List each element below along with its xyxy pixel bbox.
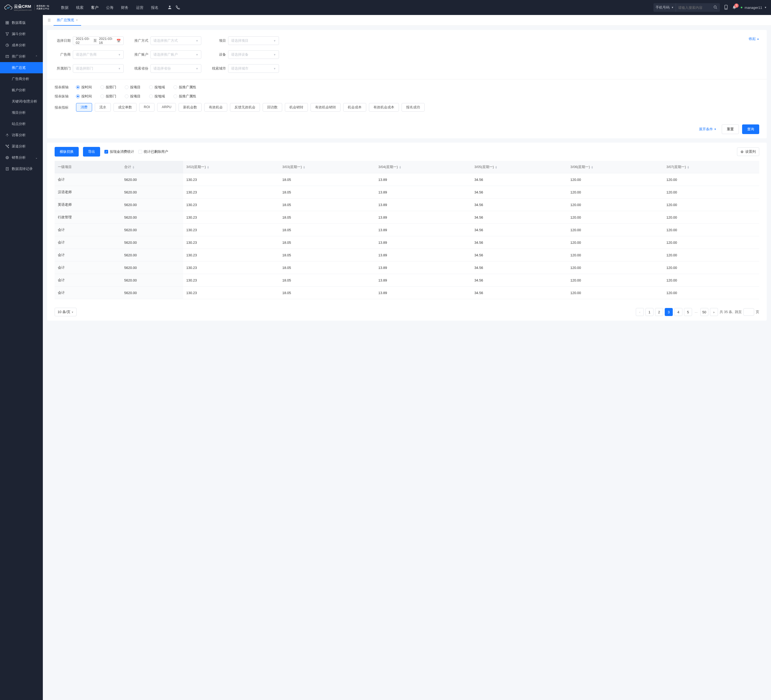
nav-item[interactable]: 公海: [102, 0, 117, 15]
page-number-button[interactable]: 2: [655, 308, 663, 316]
collapse-filters-link[interactable]: 收起 ▲: [749, 36, 759, 41]
table-cell: 120.00: [567, 198, 664, 211]
next-page-button[interactable]: ›: [710, 308, 718, 316]
metric-tag[interactable]: 有效机会成本: [369, 103, 399, 112]
table-cell: 120.00: [663, 274, 759, 287]
sidebar-toggle[interactable]: ☰: [45, 18, 54, 22]
sidebar-item[interactable]: 渠道分析: [0, 141, 43, 152]
radio-option[interactable]: 按时间: [76, 85, 92, 89]
table-header[interactable]: 3/06(星期一)▲▼: [567, 161, 664, 174]
radio-option[interactable]: 按推广属性: [174, 85, 196, 89]
page-number-button[interactable]: 3: [665, 308, 673, 316]
export-button[interactable]: 导出: [83, 147, 100, 156]
close-icon[interactable]: ×: [76, 18, 78, 22]
table-cell: 18.05: [279, 186, 375, 198]
switch-axes-button[interactable]: 横纵切换: [55, 147, 79, 156]
sidebar-item[interactable]: 数据流转记录: [0, 163, 43, 174]
radio-option[interactable]: 按时间: [76, 94, 92, 99]
nav-item[interactable]: 报名: [147, 0, 162, 15]
sidebar-item[interactable]: 漏斗分析: [0, 28, 43, 40]
radio-option[interactable]: 按项目: [125, 94, 141, 99]
sidebar-item[interactable]: 数据看版: [0, 17, 43, 28]
nav-item[interactable]: 客户: [87, 0, 102, 15]
search-button[interactable]: [711, 5, 720, 10]
deleted-checkbox[interactable]: ✓ 统计已删除用户: [138, 149, 168, 154]
sidebar-sub-item[interactable]: 推广总览: [0, 62, 43, 73]
radio-option[interactable]: 按地域: [149, 85, 165, 89]
page-number-button[interactable]: 4: [674, 308, 682, 316]
page-size-select[interactable]: 10 条/页 ▼: [55, 308, 76, 316]
nav-item[interactable]: 运营: [132, 0, 147, 15]
metric-tag[interactable]: 机会成本: [343, 103, 366, 112]
table-header[interactable]: 合计▲▼: [121, 161, 183, 174]
city-select[interactable]: 请选择城市▼: [228, 64, 279, 73]
sidebar-sub-item[interactable]: 站点分析: [12, 118, 43, 130]
metric-tag[interactable]: 流水: [95, 103, 111, 112]
sidebar-sub-item[interactable]: 账户分析: [12, 84, 43, 96]
query-button[interactable]: 查询: [742, 124, 759, 134]
metric-tag[interactable]: 机会销转: [285, 103, 308, 112]
page-number-button[interactable]: 5: [684, 308, 692, 316]
phone-icon[interactable]: [176, 5, 180, 10]
nav-item[interactable]: 线索: [72, 0, 87, 15]
table-header[interactable]: 3/07(星期一)▲▼: [663, 161, 759, 174]
reset-button[interactable]: 重置: [722, 124, 739, 134]
expand-conditions-link[interactable]: 展开条件 ▼: [699, 127, 716, 132]
cash-checkbox[interactable]: ✓ 按现金消费统计: [104, 149, 134, 154]
metric-tag[interactable]: 回访数: [263, 103, 282, 112]
search-input[interactable]: [676, 3, 711, 12]
sort-icon: ▲▼: [495, 166, 498, 169]
radio-option[interactable]: 按推广属性: [174, 94, 196, 99]
metric-tag[interactable]: ROI: [139, 103, 155, 112]
radio-option[interactable]: 按部门: [100, 85, 116, 89]
nav-item[interactable]: 财务: [117, 0, 132, 15]
table-header[interactable]: 3/02(星期一)▲▼: [183, 161, 279, 174]
page-number-button[interactable]: 1: [646, 308, 654, 316]
sidebar-sub-item[interactable]: 广告商分析: [12, 73, 43, 84]
date-range-picker[interactable]: 2021-03-02 至 2021-03-16 📅: [73, 36, 124, 45]
metric-tag[interactable]: 成交单数: [114, 103, 137, 112]
radio-option[interactable]: 按地域: [149, 94, 165, 99]
sidebar-item[interactable]: 销售分析⌄: [0, 152, 43, 163]
advertiser-select[interactable]: 请选择广告商▼: [73, 50, 124, 59]
page-number-button[interactable]: 50: [700, 308, 708, 316]
metric-tag[interactable]: 消费: [76, 103, 92, 112]
metric-tag[interactable]: 反馈无效机会: [230, 103, 260, 112]
device-select[interactable]: 请选择设备▼: [228, 50, 279, 59]
table-header[interactable]: 3/05(星期一)▲▼: [471, 161, 567, 174]
province-select[interactable]: 请选择省份▼: [150, 64, 201, 73]
prev-page-button[interactable]: ‹: [636, 308, 644, 316]
metric-tag[interactable]: ARPU: [157, 103, 176, 112]
content-tab[interactable]: 推广总预览×: [54, 15, 81, 26]
dept-select[interactable]: 请选择部门▼: [73, 64, 124, 73]
page-jump-input[interactable]: [743, 308, 754, 316]
metric-tag[interactable]: 有效机会: [204, 103, 227, 112]
project-select[interactable]: 请选择项目▼: [228, 36, 279, 45]
account-select[interactable]: 请选择推广账户▼: [150, 50, 201, 59]
table-cell: 18.05: [279, 274, 375, 287]
table-header[interactable]: 3/03(星期一)▲▼: [279, 161, 375, 174]
user-menu[interactable]: manager11 ▼: [741, 6, 767, 10]
search-type-select[interactable]: 手机号码 ▼: [654, 3, 676, 12]
table-header[interactable]: 一级项目: [55, 161, 121, 174]
metric-tag[interactable]: 新机会数: [179, 103, 202, 112]
radio-option[interactable]: 按项目: [125, 85, 141, 89]
method-select[interactable]: 请选择推广方式▼: [150, 36, 201, 45]
metric-tag[interactable]: 有效机会销转: [311, 103, 340, 112]
table-header[interactable]: 3/04(星期一)▲▼: [375, 161, 471, 174]
sidebar-item[interactable]: 推广分析⌃: [0, 51, 43, 62]
sidebar-item[interactable]: 访客分析: [0, 130, 43, 141]
sidebar-sub-item[interactable]: 关键词/创意分析: [12, 96, 43, 107]
column-settings-button[interactable]: ⚙ 设置列: [737, 148, 759, 156]
radio-icon: [76, 85, 80, 89]
nav-item[interactable]: 数据: [57, 0, 72, 15]
bell-icon[interactable]: 5: [732, 5, 737, 10]
table-cell: 120.00: [567, 274, 664, 287]
metric-tag[interactable]: 报名成功: [402, 103, 425, 112]
sidebar-item[interactable]: 成本分析: [0, 40, 43, 51]
mobile-icon[interactable]: [724, 5, 728, 10]
radio-option[interactable]: 按部门: [100, 94, 116, 99]
sidebar-sub-item[interactable]: 项目分析: [12, 107, 43, 118]
logo[interactable]: 云朵CRM www.yunduocrm.com 教育机构一站 式服务云平台: [4, 4, 49, 11]
user-icon[interactable]: [168, 5, 172, 10]
